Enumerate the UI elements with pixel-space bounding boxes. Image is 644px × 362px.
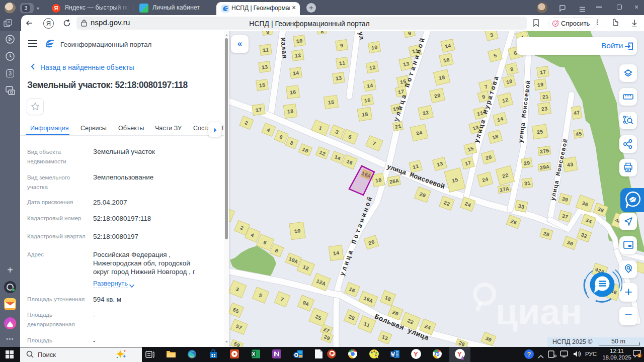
svg-text:10: 10	[296, 38, 303, 45]
svg-text:ул: ул	[357, 31, 366, 41]
svg-text:14: 14	[292, 70, 299, 77]
svg-text:16: 16	[289, 89, 296, 96]
svg-text:12: 12	[369, 64, 376, 71]
svg-text:11: 11	[262, 47, 269, 54]
svg-text:43: 43	[567, 161, 574, 168]
svg-text:13: 13	[335, 75, 342, 82]
svg-text:23: 23	[541, 106, 548, 113]
svg-text:9: 9	[266, 31, 270, 35]
svg-text:21: 21	[542, 94, 549, 101]
svg-text:29: 29	[523, 160, 530, 167]
svg-text:10: 10	[371, 44, 378, 51]
svg-text:11: 11	[339, 60, 346, 67]
svg-text:P: P	[436, 352, 439, 357]
svg-text:18: 18	[287, 108, 294, 115]
svg-text:16: 16	[364, 97, 371, 104]
svg-text:10: 10	[294, 228, 301, 235]
svg-text:циан: циан	[496, 292, 582, 332]
svg-text:14: 14	[366, 82, 374, 89]
svg-text:17: 17	[255, 107, 262, 114]
svg-text:18: 18	[375, 177, 382, 184]
svg-text:19: 19	[537, 81, 544, 88]
svg-text:15: 15	[259, 82, 266, 89]
svg-text:47: 47	[573, 110, 581, 117]
svg-text:17: 17	[539, 69, 546, 76]
svg-text:14: 14	[333, 250, 340, 257]
svg-text:15: 15	[328, 99, 335, 106]
svg-text:13: 13	[261, 64, 268, 71]
svg-text:45: 45	[575, 131, 583, 138]
svg-text:31: 31	[524, 180, 531, 187]
svg-text:25: 25	[536, 129, 543, 136]
svg-text:18: 18	[361, 111, 369, 118]
svg-text:33: 33	[517, 203, 525, 210]
svg-text:8: 8	[320, 31, 324, 35]
svg-text:1: 1	[638, 353, 641, 358]
svg-text:12: 12	[294, 52, 301, 59]
